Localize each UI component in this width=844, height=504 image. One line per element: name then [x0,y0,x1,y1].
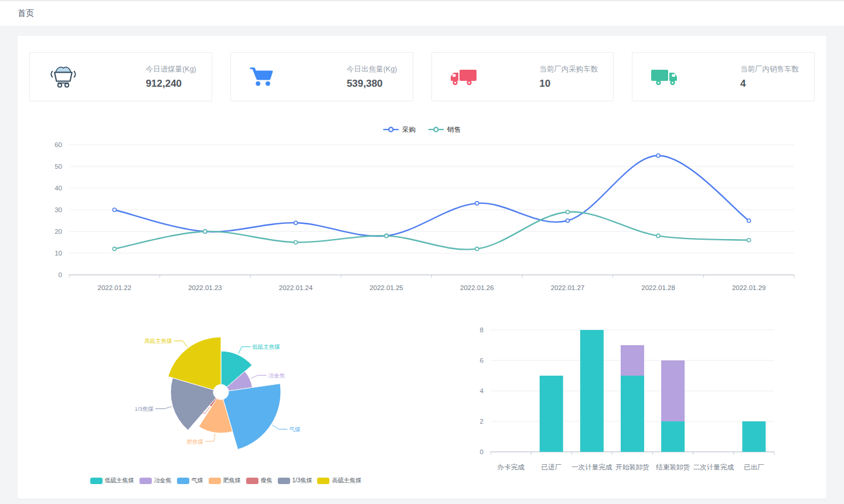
legend-swatch [139,478,152,484]
data-point[interactable] [113,208,116,212]
rose-legend-item-冶金焦[interactable]: 冶金焦 [139,476,172,485]
legend-label: 低硫主焦煤 [105,476,134,485]
legend-label: 肥焦煤 [223,476,241,485]
pie-label-line [155,407,172,409]
stat-value-sales-trucks: 4 [740,78,799,90]
pie-label: 冶金焦 [268,372,285,379]
pie-label: 肥焦煤 [186,438,203,445]
pie-label-line [174,341,188,347]
data-point[interactable] [566,219,569,223]
legend-swatch [90,478,103,484]
y-axis-label: 60 [55,141,62,148]
pie-label-line [273,425,288,429]
y-axis-label: 30 [55,206,62,213]
stat-value-purchase-trucks: 10 [539,78,598,90]
legend-item-销售[interactable]: 销售 [428,125,461,134]
rose-legend-item-高硫主焦煤[interactable]: 高硫主焦煤 [317,476,361,485]
breadcrumb-bar: 首页 [0,0,844,26]
bar-segment-开始装卸货[interactable] [621,376,644,452]
data-point[interactable] [475,202,479,205]
x-axis-label: 已出厂 [744,464,764,471]
legend-label: 气煤 [192,476,203,485]
data-point[interactable] [656,234,660,237]
stat-text: 今日进煤量(Kg) 912,240 [146,64,212,90]
data-point[interactable] [656,154,660,158]
legend-swatch [317,478,329,484]
stat-text: 当前厂内销售车数 4 [740,64,814,90]
pie-label-line [251,375,267,378]
vehicle-status-bar-chart[interactable]: 02468办卡完成已进厂一次计量完成开始装卸货结束装卸货二次计量完成已出厂 [437,322,800,475]
y-axis-label: 0 [59,271,62,278]
data-point[interactable] [203,230,207,233]
x-axis-label: 二次计量完成 [693,464,734,471]
legend-label: 冶金焦 [154,476,172,485]
legend-swatch [246,478,258,484]
legend-swatch [177,478,189,484]
data-point[interactable] [475,247,479,251]
data-point[interactable] [747,219,751,223]
x-axis-label: 已进厂 [541,464,561,471]
y-axis-label: 40 [55,185,62,192]
rose-legend-item-低硫主焦煤[interactable]: 低硫主焦煤 [90,476,134,485]
data-point[interactable] [384,234,388,237]
bottom-charts-row: 低硫主焦煤冶金焦气煤肥焦煤瘦焦1/3焦煤高硫主焦煤 低硫主焦煤冶金焦气煤肥焦煤瘦… [29,322,815,485]
truck-left-icon [450,66,478,88]
stat-card-coke-out: 今日出焦量(Kg) 539,380 [230,52,413,101]
rose-legend-item-瘦焦[interactable]: 瘦焦 [246,476,273,485]
y-axis-label: 4 [480,387,484,394]
y-axis-label: 20 [55,228,62,235]
bar-segment-一次计量完成[interactable] [580,330,604,452]
pie-segment-气煤[interactable] [223,384,281,449]
coal-type-rose-chart[interactable]: 低硫主焦煤冶金焦气煤肥焦煤瘦焦1/3焦煤高硫主焦煤 [62,322,390,469]
data-point[interactable] [294,221,298,224]
pie-label: 1/3焦煤 [135,406,154,412]
y-axis-label: 8 [480,326,484,333]
data-point[interactable] [747,239,751,242]
y-axis-label: 10 [55,250,62,257]
bar-segment-结束装卸货[interactable] [661,421,685,452]
stat-value-coke-out: 539,380 [346,78,397,90]
shopping-cart-icon [249,65,274,88]
x-axis-label: 一次计量完成 [571,464,612,471]
pie-label: 高硫主焦煤 [144,338,172,344]
bar-segment-结束装卸货[interactable] [661,360,685,421]
bar-segment-开始装卸货[interactable] [621,345,644,376]
purchase-sales-line-chart[interactable]: 01020304050602022.01.222022.01.232022.01… [29,139,812,296]
x-axis-label: 结束装卸货 [655,464,690,471]
rose-legend-item-气煤[interactable]: 气煤 [177,476,203,485]
bar-segment-已出厂[interactable] [742,421,765,452]
rose-legend-item-肥焦煤[interactable]: 肥焦煤 [209,476,241,485]
legend-label: 采购 [402,125,416,134]
stats-row: 今日进煤量(Kg) 912,240 今日出焦量(Kg) 539,380 [29,52,815,101]
data-point[interactable] [566,210,569,214]
legend-label: 高硫主焦煤 [332,476,361,485]
line-legend-marker [428,126,444,133]
bar-chart-block: 02468办卡完成已进厂一次计量完成开始装卸货结束装卸货二次计量完成已出厂 [422,322,815,485]
legend-label: 1/3焦煤 [292,476,312,485]
stat-label-sales-trucks: 当前厂内销售车数 [740,64,799,74]
data-point[interactable] [113,247,116,251]
legend-item-采购[interactable]: 采购 [383,125,416,134]
x-axis-label: 2022.01.26 [460,284,494,291]
legend-label: 销售 [447,125,461,134]
series-line-采购 [114,156,748,237]
stat-label-coal-in: 今日进煤量(Kg) [146,64,196,74]
dashboard-panel: 今日进煤量(Kg) 912,240 今日出焦量(Kg) 539,380 [18,36,826,499]
y-axis-label: 6 [480,357,484,364]
x-axis-label: 办卡完成 [498,464,525,471]
mine-cart-icon [47,64,78,90]
pie-label-line [205,434,215,441]
data-point[interactable] [294,241,298,244]
rose-legend-item-1/3焦煤[interactable]: 1/3焦煤 [278,476,312,485]
rose-chart-legend: 低硫主焦煤冶金焦气煤肥焦煤瘦焦1/3焦煤高硫主焦煤 [90,476,362,485]
bar-segment-已进厂[interactable] [540,376,563,452]
stat-text: 今日出焦量(Kg) 539,380 [346,64,412,90]
x-axis-label: 2022.01.22 [98,284,132,291]
x-axis-label: 2022.01.25 [369,284,403,291]
stat-card-coal-in: 今日进煤量(Kg) 912,240 [29,52,212,101]
breadcrumb-home[interactable]: 首页 [18,8,34,19]
pie-label: 低硫主焦煤 [251,343,280,350]
truck-right-icon [650,66,678,88]
stat-text: 当前厂内采购车数 10 [539,64,613,90]
series-line-销售 [114,212,748,249]
